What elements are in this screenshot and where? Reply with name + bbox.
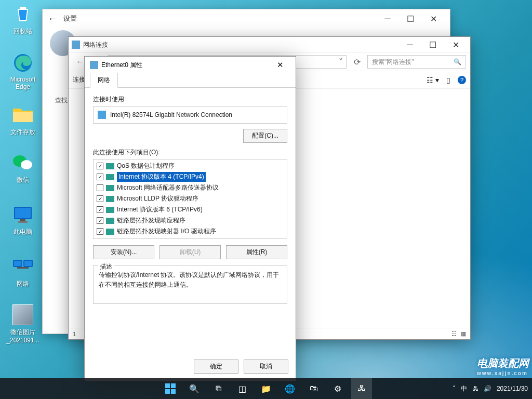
back-button[interactable]: ← xyxy=(48,14,60,24)
folder-icon xyxy=(12,104,34,126)
search-input[interactable]: 搜索"网络连接" 🔍 xyxy=(367,55,466,69)
protocol-label: Internet 协议版本 4 (TCP/IPv4) xyxy=(117,172,206,182)
svg-rect-5 xyxy=(15,208,31,218)
image-file-icon xyxy=(12,304,34,326)
start-button[interactable] xyxy=(160,378,181,399)
svg-rect-11 xyxy=(24,261,32,266)
network-window-title: 网络连接 xyxy=(83,41,108,49)
protocol-icon xyxy=(106,174,114,180)
install-button[interactable]: 安装(N)... xyxy=(93,245,154,259)
desktop-network[interactable]: 网络 xyxy=(5,256,41,288)
checkbox[interactable]: ✓ xyxy=(97,206,103,213)
search-button[interactable]: 🔍 xyxy=(184,378,205,399)
network-icon xyxy=(12,256,34,277)
edge-taskbar-button[interactable]: 🌐 xyxy=(280,378,300,399)
protocol-label: 链路层拓扑发现响应程序 xyxy=(117,216,185,225)
recycle-bin-icon xyxy=(12,3,34,25)
protocol-item[interactable]: ✓Internet 协议版本 6 (TCP/IPv6) xyxy=(94,204,287,215)
close-button[interactable]: ✕ xyxy=(444,37,467,52)
network-taskbar-button[interactable]: 🖧 xyxy=(351,378,372,399)
protocol-item[interactable]: ✓Microsoft LLDP 协议驱动程序 xyxy=(94,193,287,204)
desktop-image-file[interactable]: 微信图片_2021091... xyxy=(5,304,41,344)
tray-network-icon[interactable]: 🖧 xyxy=(472,385,478,392)
svg-rect-15 xyxy=(165,389,170,394)
ok-button[interactable]: 确定 xyxy=(194,360,238,374)
settings-taskbar-button[interactable]: ⚙ xyxy=(327,378,348,399)
protocol-label: Microsoft 网络适配器多路传送器协议 xyxy=(117,183,219,192)
store-button[interactable]: 🛍 xyxy=(303,378,324,399)
protocol-icon xyxy=(106,185,114,191)
view-details-icon[interactable]: ☷ xyxy=(451,330,457,337)
checkbox[interactable]: ✓ xyxy=(97,174,103,180)
maximize-button[interactable]: ☐ xyxy=(399,11,422,26)
properties-button[interactable]: 属性(R) xyxy=(226,245,287,259)
desktop-this-pc[interactable]: 此电脑 xyxy=(5,204,41,236)
uninstall-button: 卸载(U) xyxy=(159,245,221,259)
search-placeholder: 搜索"网络连接" xyxy=(372,58,414,66)
svg-rect-10 xyxy=(14,261,21,266)
ethernet-properties-dialog: Ethernet0 属性 ✕ 网络 连接时使用: Intel(R) 82574L… xyxy=(84,56,296,381)
search-icon: 🔍 xyxy=(454,58,461,65)
checkbox[interactable] xyxy=(97,184,103,191)
explorer-button[interactable]: 📁 xyxy=(256,378,276,399)
view-large-icon[interactable]: ▦ xyxy=(461,330,466,337)
protocol-label: Internet 协议版本 6 (TCP/IPv6) xyxy=(117,205,203,214)
description-text: 传输控制协议/Internet 协议。该协议是默认的广域网络协议，用于在不同的相… xyxy=(99,270,282,290)
wechat-icon xyxy=(12,152,34,174)
connect-using-label: 连接时使用: xyxy=(93,95,287,104)
configure-button[interactable]: 配置(C)... xyxy=(243,129,287,143)
desktop-label: Microsoft Edge xyxy=(10,76,36,90)
refresh-button[interactable]: ⟳ xyxy=(350,57,364,67)
pc-icon xyxy=(12,204,34,225)
tab-network[interactable]: 网络 xyxy=(90,73,118,88)
protocol-item[interactable]: Microsoft 网络适配器多路传送器协议 xyxy=(94,182,287,193)
close-button[interactable]: ✕ xyxy=(270,58,290,72)
protocol-icon xyxy=(106,218,114,224)
view-options-icon[interactable]: ☷ ▾ xyxy=(427,76,439,84)
checkbox[interactable]: ✓ xyxy=(97,163,103,169)
watermark: 电脑装配网 www.xajjn.com xyxy=(477,356,529,376)
adapter-field: Intel(R) 82574L Gigabit Network Connecti… xyxy=(93,106,287,124)
maximize-button[interactable]: ☐ xyxy=(421,37,444,52)
protocol-item[interactable]: ✓链路层拓扑发现映射器 I/O 驱动程序 xyxy=(94,226,287,237)
protocol-label: QoS 数据包计划程序 xyxy=(117,162,175,170)
svg-rect-13 xyxy=(165,383,170,388)
status-item-count: 1 xyxy=(73,331,76,337)
desktop-wechat[interactable]: 微信 xyxy=(5,152,41,184)
desktop-folder[interactable]: 文件存放 xyxy=(5,104,41,137)
minimize-button[interactable]: ─ xyxy=(398,37,421,52)
close-button[interactable]: ✕ xyxy=(422,11,445,26)
tray-chevron-icon[interactable]: ˄ xyxy=(453,385,456,392)
checkbox[interactable]: ✓ xyxy=(97,228,103,235)
protocol-icon xyxy=(106,163,114,169)
protocol-icon xyxy=(106,229,114,235)
protocol-item[interactable]: ✓Internet 协议版本 4 (TCP/IPv4) xyxy=(94,171,287,182)
widgets-button[interactable]: ◫ xyxy=(232,378,252,399)
taskbar: 🔍 ⧉ ◫ 📁 🌐 🛍 ⚙ 🖧 ˄ 中 🖧 🔊 2021/11/30 xyxy=(0,378,532,399)
settings-title: 设置 xyxy=(63,14,77,23)
tray-volume-icon[interactable]: 🔊 xyxy=(484,385,491,392)
checkbox[interactable]: ✓ xyxy=(97,217,103,224)
edge-icon xyxy=(12,52,34,74)
desktop-recycle-bin[interactable]: 回收站 xyxy=(5,3,41,36)
svg-rect-12 xyxy=(17,267,29,269)
dialog-title: Ethernet0 属性 xyxy=(101,61,142,70)
clock[interactable]: 2021/11/30 xyxy=(497,385,528,392)
ime-indicator[interactable]: 中 xyxy=(461,384,467,393)
desktop-label: 文件存放 xyxy=(10,128,35,136)
preview-pane-icon[interactable]: ▯ xyxy=(446,76,450,84)
protocol-icon xyxy=(106,196,114,202)
desktop-edge[interactable]: Microsoft Edge xyxy=(5,52,41,90)
protocol-label: 链路层拓扑发现映射器 I/O 驱动程序 xyxy=(117,227,216,236)
minimize-button[interactable]: ─ xyxy=(376,11,399,26)
desktop-label: 微信图片_2021091... xyxy=(6,328,39,344)
cancel-button[interactable]: 取消 xyxy=(244,360,288,374)
desktop-label: 网络 xyxy=(17,280,29,287)
help-icon[interactable]: ? xyxy=(458,76,466,84)
protocol-item[interactable]: ✓链路层拓扑发现响应程序 xyxy=(94,215,287,226)
task-view-button[interactable]: ⧉ xyxy=(208,378,229,399)
checkbox[interactable]: ✓ xyxy=(97,195,103,202)
protocol-list[interactable]: ✓QoS 数据包计划程序✓Internet 协议版本 4 (TCP/IPv4)M… xyxy=(93,159,287,239)
protocol-icon xyxy=(106,207,114,213)
protocol-item[interactable]: ✓QoS 数据包计划程序 xyxy=(94,161,287,171)
